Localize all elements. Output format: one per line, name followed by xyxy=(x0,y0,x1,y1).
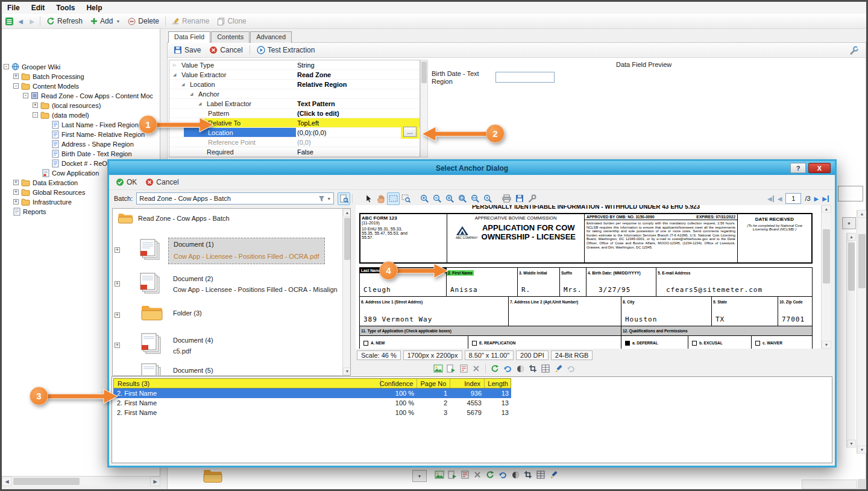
result-row-selected[interactable]: 2. First Name 100 % 1 936 13 xyxy=(113,388,511,398)
batch-root-item[interactable]: Read Zone - Cow Apps - Batch xyxy=(118,212,230,224)
refresh-button[interactable]: Refresh xyxy=(43,16,86,27)
result-row[interactable]: 2. First Name 100 % 3 5679 13 xyxy=(113,408,511,417)
image-icon[interactable] xyxy=(434,469,445,480)
save-button[interactable]: Save xyxy=(170,45,204,55)
column-page-no[interactable]: Page No xyxy=(417,379,450,388)
scroll-left-icon[interactable]: ◀ xyxy=(2,477,12,486)
bottom-hscrollbar[interactable] xyxy=(802,480,857,489)
crop-icon[interactable] xyxy=(527,363,538,374)
zoom-actual-icon[interactable] xyxy=(444,192,456,205)
result-row[interactable]: 2. First Name 100 % 2 4553 13 xyxy=(113,398,511,408)
crop-icon[interactable] xyxy=(523,469,533,480)
property-row-required[interactable]: RequiredFalse xyxy=(169,147,420,157)
scroll-up-icon[interactable]: ▲ xyxy=(822,205,831,213)
collapsed-icon[interactable]: ▷ xyxy=(173,63,176,68)
image-icon[interactable] xyxy=(433,363,444,374)
save-image-icon[interactable] xyxy=(513,192,526,205)
expand-icon[interactable] xyxy=(13,199,19,204)
tree-item-read-zone-content-model[interactable]: Read Zone - Cow Apps - Content Moc xyxy=(2,90,160,101)
expand-icon[interactable] xyxy=(13,180,19,185)
menu-edit[interactable]: Edit xyxy=(26,2,51,13)
last-page-icon[interactable]: ▶ xyxy=(822,195,829,202)
scroll-thumb[interactable] xyxy=(858,234,866,288)
location-ellipsis-button[interactable]: … xyxy=(403,127,417,137)
clear-icon[interactable] xyxy=(472,469,483,480)
clear-icon[interactable] xyxy=(471,363,482,374)
undo-blue-icon[interactable] xyxy=(502,363,513,374)
cancel-button[interactable]: Cancel xyxy=(206,45,246,55)
pan-hand-tool[interactable] xyxy=(374,192,387,205)
marquee-zoom-tool[interactable] xyxy=(400,192,412,205)
tree-hscrollbar[interactable]: ◀ ▶ xyxy=(2,476,160,486)
forward-icon[interactable]: ▶ xyxy=(27,16,37,27)
threshold-icon[interactable] xyxy=(515,363,526,374)
collapse-icon[interactable] xyxy=(33,112,38,118)
tree-item-content-models[interactable]: Content Models xyxy=(2,81,160,91)
expanded-icon[interactable]: ◢ xyxy=(198,101,201,106)
add-button[interactable]: Add ▼ xyxy=(87,16,124,27)
zoom-dynamic-icon[interactable] xyxy=(482,192,494,205)
column-index[interactable]: Index xyxy=(450,379,485,388)
page-preview-toggle[interactable] xyxy=(338,192,350,205)
clone-button[interactable]: Clone xyxy=(213,16,250,27)
scroll-down-icon[interactable]: ▼ xyxy=(847,440,856,448)
grid-icon[interactable] xyxy=(540,363,551,374)
rename-button[interactable]: Rename xyxy=(168,16,213,27)
tree-item-last-name-region[interactable]: Last Name - Fixed Region xyxy=(2,119,160,130)
edit-pen-icon[interactable] xyxy=(553,363,564,374)
expanded-icon[interactable]: ◢ xyxy=(173,72,176,77)
scroll-down-icon[interactable]: ▼ xyxy=(857,446,867,454)
folder-item[interactable]: Folder (3) xyxy=(173,309,202,317)
dialog-help-button[interactable]: ? xyxy=(790,163,806,173)
scroll-down-icon[interactable]: ▼ xyxy=(822,341,831,349)
scroll-right-icon[interactable]: ▶ xyxy=(150,477,160,486)
collapse-icon[interactable] xyxy=(23,93,28,98)
batch-tree-scrollbar[interactable]: ▲ ▼ xyxy=(342,209,351,375)
document-item[interactable]: Document (5) xyxy=(173,367,213,374)
filter-funnel-icon[interactable] xyxy=(318,195,325,202)
expand-icon[interactable] xyxy=(115,247,120,253)
zoom-fit-page-icon[interactable] xyxy=(456,192,469,205)
export-icon[interactable] xyxy=(445,363,456,374)
prev-page-icon[interactable]: ◀ xyxy=(778,195,782,202)
collapse-icon[interactable] xyxy=(4,64,9,69)
tab-data-field[interactable]: Data Field xyxy=(168,31,210,43)
expand-icon[interactable] xyxy=(115,312,120,318)
inner-vscrollbar[interactable]: ▲ ▼ xyxy=(846,233,855,448)
scroll-down-icon[interactable]: ▼ xyxy=(343,367,351,375)
batch-combo[interactable]: Read Zone - Cow Apps - Batch ▼ xyxy=(136,192,334,204)
expanded-icon[interactable]: ◢ xyxy=(181,82,184,87)
edit-pen-icon[interactable] xyxy=(548,469,559,480)
scroll-thumb[interactable] xyxy=(13,478,80,485)
zoom-in-icon[interactable] xyxy=(418,192,431,205)
tree-item-grooper-wiki[interactable]: Grooper Wiki xyxy=(2,62,160,72)
preview-scrollbar[interactable]: ▲ ▼ xyxy=(821,205,831,349)
property-row-value-type[interactable]: ▷Value TypeString xyxy=(169,60,420,70)
scroll-thumb[interactable] xyxy=(344,218,350,260)
scroll-thumb[interactable] xyxy=(823,229,830,284)
menu-help[interactable]: Help xyxy=(81,2,108,13)
selected-document-item[interactable]: Document (1) Cow App - Licensee - Positi… xyxy=(168,238,325,264)
undo-blue-icon[interactable] xyxy=(497,469,508,480)
first-page-icon[interactable]: ◀ xyxy=(767,195,774,202)
scroll-thumb[interactable] xyxy=(421,62,427,83)
threshold-icon[interactable] xyxy=(510,469,521,480)
menu-file[interactable]: File xyxy=(2,2,26,13)
property-row-label-extractor[interactable]: ◢Label ExtractorText Pattern xyxy=(169,99,420,109)
tab-advanced[interactable]: Advanced xyxy=(250,31,292,43)
tree-item-first-name-region[interactable]: First Name- Relative Region xyxy=(2,129,160,139)
tab-contents[interactable]: Contents xyxy=(211,31,250,43)
export-icon[interactable] xyxy=(447,469,458,480)
combo-dropdown-icon[interactable]: ▼ xyxy=(327,197,331,201)
settings-wrench-icon[interactable] xyxy=(849,46,859,56)
tree-item-data-model[interactable]: (data model) xyxy=(2,110,160,120)
zoom-fit-width-icon[interactable] xyxy=(469,192,482,205)
zoom-out-icon[interactable] xyxy=(431,192,444,205)
expanded-icon[interactable]: ◢ xyxy=(190,92,193,97)
expand-icon[interactable] xyxy=(115,281,120,287)
dialog-close-button[interactable]: X xyxy=(808,163,831,173)
column-confidence[interactable]: Confidence xyxy=(381,379,417,388)
add-dropdown-icon[interactable]: ▼ xyxy=(116,19,120,24)
zone-select-tool[interactable] xyxy=(387,192,400,205)
tree-item-batch-processing[interactable]: Batch Processing xyxy=(2,71,160,81)
